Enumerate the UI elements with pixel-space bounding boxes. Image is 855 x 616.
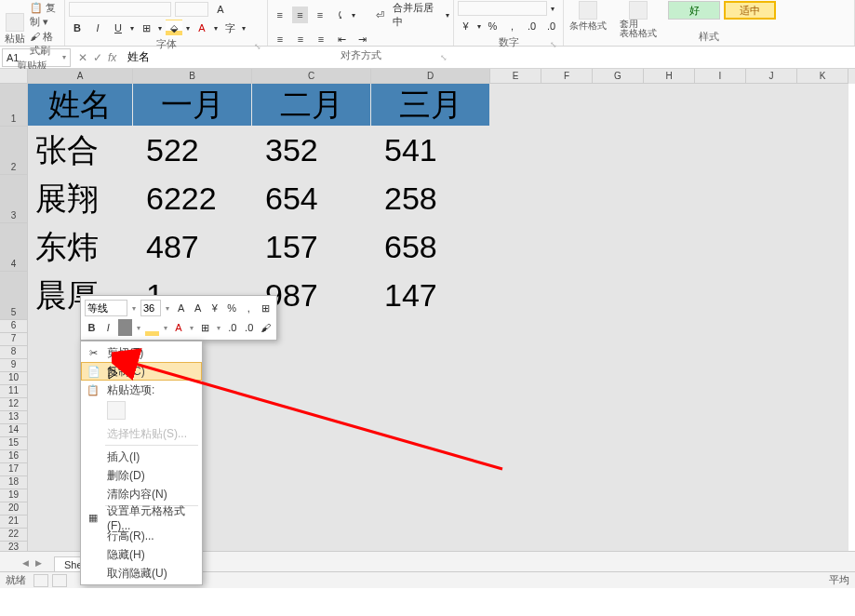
empty-cell[interactable] bbox=[490, 502, 541, 516]
empty-cell[interactable] bbox=[252, 463, 371, 476]
empty-cell[interactable] bbox=[644, 346, 695, 359]
col-header-I[interactable]: I bbox=[695, 69, 746, 84]
style-good[interactable]: 好 bbox=[668, 1, 720, 20]
mini-comma-icon[interactable]: , bbox=[242, 300, 256, 316]
empty-cell[interactable] bbox=[371, 489, 490, 502]
empty-cell[interactable] bbox=[746, 476, 797, 489]
mini-border2-icon[interactable]: ⊞ bbox=[198, 319, 212, 336]
empty-cell[interactable] bbox=[593, 346, 644, 359]
wrap-text-button[interactable]: ⏎ bbox=[372, 7, 389, 23]
empty-cell[interactable] bbox=[371, 398, 490, 411]
empty-cell[interactable] bbox=[644, 450, 695, 463]
empty-cell[interactable] bbox=[541, 84, 593, 127]
empty-cell[interactable] bbox=[644, 502, 695, 516]
empty-cell[interactable] bbox=[695, 437, 746, 450]
empty-cell[interactable] bbox=[541, 502, 593, 516]
empty-cell[interactable] bbox=[797, 272, 848, 320]
select-all-corner[interactable] bbox=[0, 69, 28, 84]
ctx-insert[interactable]: 插入(I) bbox=[81, 448, 202, 466]
empty-cell[interactable] bbox=[746, 463, 797, 476]
col-header-H[interactable]: H bbox=[644, 69, 695, 84]
mini-border-icon[interactable]: ⊞ bbox=[259, 300, 273, 316]
empty-cell[interactable] bbox=[593, 398, 644, 411]
ctx-delete[interactable]: 删除(D) bbox=[81, 466, 202, 485]
dec-decimal-button[interactable]: .0 bbox=[543, 18, 559, 34]
ctx-clear[interactable]: 清除内容(N) bbox=[81, 485, 202, 503]
empty-cell[interactable] bbox=[490, 516, 541, 529]
empty-cell[interactable] bbox=[541, 516, 593, 529]
empty-cell[interactable] bbox=[695, 424, 746, 437]
empty-cell[interactable] bbox=[593, 127, 644, 175]
row-header-22[interactable]: 22 bbox=[0, 529, 28, 542]
paste-option-1[interactable] bbox=[107, 401, 126, 420]
mini-fill-icon[interactable] bbox=[118, 319, 132, 336]
empty-cell[interactable] bbox=[644, 175, 695, 223]
empty-cell[interactable] bbox=[593, 476, 644, 489]
empty-cell[interactable] bbox=[797, 437, 848, 450]
empty-cell[interactable] bbox=[593, 84, 644, 127]
empty-cell[interactable] bbox=[644, 372, 695, 385]
empty-cell[interactable] bbox=[746, 346, 797, 359]
empty-cell[interactable] bbox=[593, 489, 644, 502]
row-header-10[interactable]: 10 bbox=[0, 372, 28, 385]
empty-cell[interactable] bbox=[490, 411, 541, 424]
empty-cell[interactable] bbox=[541, 359, 593, 372]
empty-cell[interactable] bbox=[746, 320, 797, 333]
orientation-button[interactable]: ⤹ bbox=[332, 7, 349, 23]
empty-cell[interactable] bbox=[695, 320, 746, 333]
style-selected[interactable]: 适中 bbox=[724, 1, 776, 20]
mini-inc-font-icon[interactable]: A bbox=[174, 300, 188, 316]
empty-cell[interactable] bbox=[746, 437, 797, 450]
empty-cell[interactable] bbox=[490, 346, 541, 359]
align-middle-button[interactable]: ≡ bbox=[292, 7, 309, 23]
row-header-16[interactable]: 16 bbox=[0, 450, 28, 463]
mini-percent-icon[interactable]: % bbox=[225, 300, 239, 316]
empty-cell[interactable] bbox=[797, 84, 848, 127]
empty-cell[interactable] bbox=[695, 529, 746, 542]
ctx-unhide[interactable]: 取消隐藏(U) bbox=[81, 564, 202, 583]
row-header-14[interactable]: 14 bbox=[0, 424, 28, 437]
row-header-5[interactable]: 5 bbox=[0, 272, 28, 320]
empty-cell[interactable] bbox=[644, 529, 695, 542]
empty-cell[interactable] bbox=[644, 359, 695, 372]
empty-cell[interactable] bbox=[541, 320, 593, 333]
font-color-button[interactable]: A bbox=[194, 20, 210, 36]
empty-cell[interactable] bbox=[695, 223, 746, 272]
empty-cell[interactable] bbox=[695, 333, 746, 346]
empty-cell[interactable] bbox=[695, 398, 746, 411]
empty-cell[interactable] bbox=[541, 333, 593, 346]
empty-cell[interactable] bbox=[746, 502, 797, 516]
empty-cell[interactable] bbox=[797, 398, 848, 411]
row-header-19[interactable]: 19 bbox=[0, 489, 28, 502]
empty-cell[interactable] bbox=[541, 372, 593, 385]
empty-cell[interactable] bbox=[371, 463, 490, 476]
data-cell[interactable]: 654 bbox=[252, 175, 371, 223]
border-button[interactable]: ⊞ bbox=[138, 20, 154, 36]
empty-cell[interactable] bbox=[490, 476, 541, 489]
empty-cell[interactable] bbox=[371, 411, 490, 424]
empty-cell[interactable] bbox=[797, 529, 848, 542]
empty-cell[interactable] bbox=[490, 84, 541, 127]
underline-button[interactable]: U bbox=[110, 20, 127, 36]
empty-cell[interactable] bbox=[371, 502, 490, 516]
header-cell[interactable]: 三月 bbox=[371, 84, 490, 127]
cancel-button[interactable]: ✕ bbox=[78, 51, 87, 64]
empty-cell[interactable] bbox=[252, 372, 371, 385]
row-header-20[interactable]: 20 bbox=[0, 502, 28, 516]
empty-cell[interactable] bbox=[490, 489, 541, 502]
empty-cell[interactable] bbox=[797, 175, 848, 223]
empty-cell[interactable] bbox=[746, 223, 797, 272]
fill-color-button[interactable]: ⬙ bbox=[166, 20, 182, 36]
empty-cell[interactable] bbox=[746, 398, 797, 411]
empty-cell[interactable] bbox=[797, 476, 848, 489]
empty-cell[interactable] bbox=[695, 385, 746, 398]
data-cell[interactable]: 487 bbox=[133, 223, 252, 272]
empty-cell[interactable] bbox=[593, 359, 644, 372]
mini-format-painter-icon[interactable]: 🖌 bbox=[259, 319, 273, 336]
row-header-21[interactable]: 21 bbox=[0, 516, 28, 529]
fx-button[interactable]: fx bbox=[108, 51, 116, 64]
empty-cell[interactable] bbox=[490, 333, 541, 346]
ctx-paste-special[interactable]: 选择性粘贴(S)... bbox=[81, 424, 202, 443]
empty-cell[interactable] bbox=[252, 502, 371, 516]
mini-italic-icon[interactable]: I bbox=[101, 319, 115, 336]
